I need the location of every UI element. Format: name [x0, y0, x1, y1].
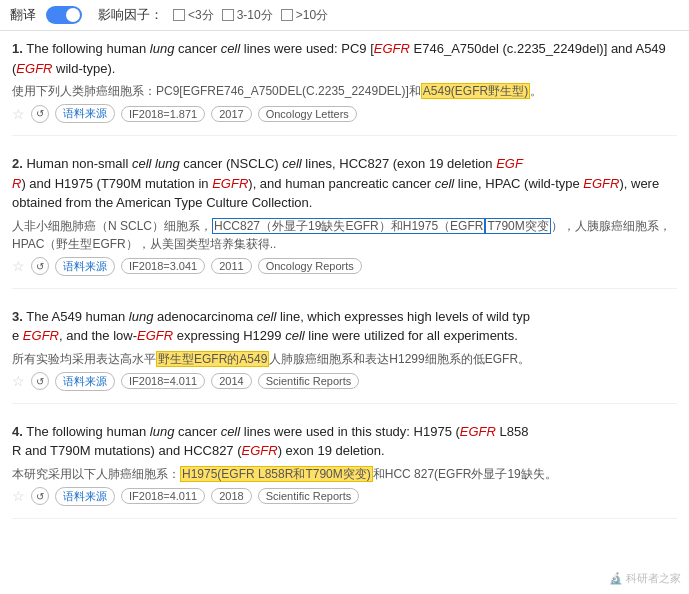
result-2-en: 2. Human non-small cell lung cancer (NSC…	[12, 154, 677, 213]
result-1-round-btn[interactable]: ↺	[31, 105, 49, 123]
result-1-source-tag[interactable]: 语料来源	[55, 104, 115, 123]
result-2-number: 2.	[12, 156, 23, 171]
translate-toggle[interactable]	[46, 6, 82, 24]
if-option-mid[interactable]: 3-10分	[222, 7, 273, 24]
result-1-if-tag[interactable]: IF2018=1.871	[121, 106, 205, 122]
result-4-star[interactable]: ☆	[12, 488, 25, 504]
result-1-highlight: A549(EGFR野生型)	[421, 83, 530, 99]
checkbox-mid[interactable]	[222, 9, 234, 21]
watermark-icon: 🔬	[609, 572, 623, 584]
result-3-year-tag[interactable]: 2014	[211, 373, 251, 389]
watermark: 🔬 科研者之家	[609, 571, 681, 586]
result-4-if-tag[interactable]: IF2018=4.011	[121, 488, 205, 504]
result-3-cn: 所有实验均采用表达高水平野生型EGFR的A549人肺腺癌细胞系和表达H1299细…	[12, 350, 677, 368]
result-3-source-tag[interactable]: 语料来源	[55, 372, 115, 391]
result-3-if-tag[interactable]: IF2018=4.011	[121, 373, 205, 389]
result-2-star[interactable]: ☆	[12, 258, 25, 274]
result-4-en: 4. The following human lung cancer cell …	[12, 422, 677, 461]
result-4-number: 4.	[12, 424, 23, 439]
result-2-year-tag[interactable]: 2011	[211, 258, 251, 274]
result-1-journal-tag[interactable]: Oncology Letters	[258, 106, 357, 122]
if-options: <3分 3-10分 >10分	[173, 7, 328, 24]
toggle-knob	[66, 8, 80, 22]
result-3-round-btn[interactable]: ↺	[31, 372, 49, 390]
if-option-low-label: <3分	[188, 7, 214, 24]
if-option-high[interactable]: >10分	[281, 7, 328, 24]
checkbox-high[interactable]	[281, 9, 293, 21]
result-3-meta: ☆ ↺ 语料来源 IF2018=4.011 2014 Scientific Re…	[12, 372, 677, 391]
translate-label: 翻译	[10, 6, 36, 24]
watermark-text: 科研者之家	[626, 572, 681, 584]
result-4-meta: ☆ ↺ 语料来源 IF2018=4.011 2018 Scientific Re…	[12, 487, 677, 506]
result-2-round-btn[interactable]: ↺	[31, 257, 49, 275]
result-2-highlight-2: T790M突变	[485, 218, 550, 234]
result-item-3: 3. The A549 human lung adenocarcinoma ce…	[12, 307, 677, 404]
if-option-mid-label: 3-10分	[237, 7, 273, 24]
results-list: 1. The following human lung cancer cell …	[0, 31, 689, 545]
top-bar: 翻译 影响因子： <3分 3-10分 >10分	[0, 0, 689, 31]
result-4-year-tag[interactable]: 2018	[211, 488, 251, 504]
result-3-number: 3.	[12, 309, 23, 324]
result-3-en: 3. The A549 human lung adenocarcinoma ce…	[12, 307, 677, 346]
result-2-source-tag[interactable]: 语料来源	[55, 257, 115, 276]
result-4-highlight: H1975(EGFR L858R和T790M突变)	[180, 466, 373, 482]
result-1-number: 1.	[12, 41, 23, 56]
if-label: 影响因子：	[98, 6, 163, 24]
if-option-high-label: >10分	[296, 7, 328, 24]
result-4-round-btn[interactable]: ↺	[31, 487, 49, 505]
result-4-source-tag[interactable]: 语料来源	[55, 487, 115, 506]
result-4-cn: 本研究采用以下人肺癌细胞系：H1975(EGFR L858R和T790M突变)和…	[12, 465, 677, 483]
result-1-year-tag[interactable]: 2017	[211, 106, 251, 122]
checkbox-low[interactable]	[173, 9, 185, 21]
result-item-4: 4. The following human lung cancer cell …	[12, 422, 677, 519]
result-4-journal-tag[interactable]: Scientific Reports	[258, 488, 360, 504]
result-2-cn: 人非小细胞肺癌（N SCLC）细胞系，HCC827（外显子19缺失EGFR）和H…	[12, 217, 677, 253]
result-1-meta: ☆ ↺ 语料来源 IF2018=1.871 2017 Oncology Lett…	[12, 104, 677, 123]
result-2-meta: ☆ ↺ 语料来源 IF2018=3.041 2011 Oncology Repo…	[12, 257, 677, 276]
if-option-low[interactable]: <3分	[173, 7, 214, 24]
result-2-journal-tag[interactable]: Oncology Reports	[258, 258, 362, 274]
result-3-journal-tag[interactable]: Scientific Reports	[258, 373, 360, 389]
result-1-star[interactable]: ☆	[12, 106, 25, 122]
result-3-highlight: 野生型EGFR的A549	[156, 351, 269, 367]
result-1-en: 1. The following human lung cancer cell …	[12, 39, 677, 78]
result-1-cn: 使用下列人类肺癌细胞系：PC9[EGFRE746_A750DEL(C.2235_…	[12, 82, 677, 100]
result-2-highlight-1: HCC827（外显子19缺失EGFR）和H1975（EGFR	[212, 218, 485, 234]
result-item-1: 1. The following human lung cancer cell …	[12, 39, 677, 136]
result-item-2: 2. Human non-small cell lung cancer (NSC…	[12, 154, 677, 289]
result-2-if-tag[interactable]: IF2018=3.041	[121, 258, 205, 274]
result-3-star[interactable]: ☆	[12, 373, 25, 389]
